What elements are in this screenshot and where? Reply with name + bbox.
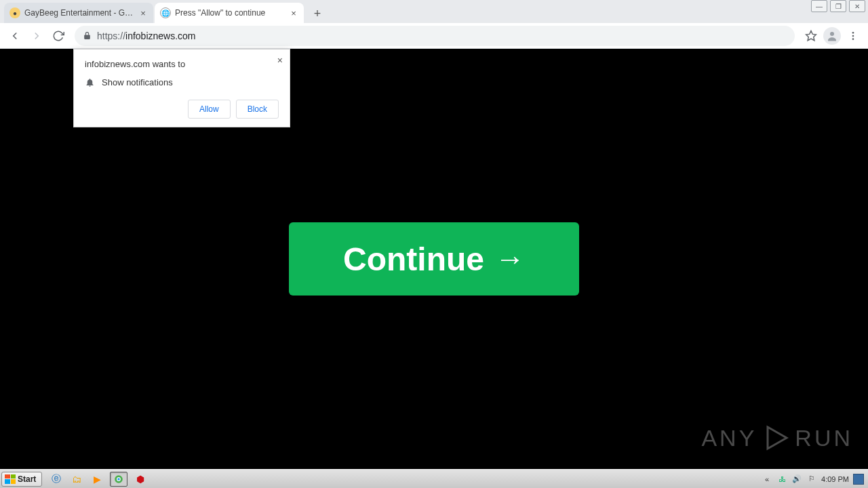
window-close-button[interactable]: ✕ bbox=[849, 0, 865, 12]
media-player-icon[interactable]: ▶ bbox=[90, 472, 104, 486]
start-label: Start bbox=[18, 474, 36, 484]
show-desktop-button[interactable] bbox=[853, 474, 864, 485]
svg-marker-5 bbox=[768, 427, 787, 449]
volume-icon[interactable]: 🔊 bbox=[791, 474, 802, 485]
taskbar: Start ⓔ 🗂 ▶ ⬢ « 🖧 🔊 ⚐ 4:09 PM bbox=[0, 469, 868, 488]
watermark: ANY RUN bbox=[701, 424, 853, 451]
page-content: Continue → × infobiznews.com wants to Sh… bbox=[0, 49, 868, 469]
lock-icon bbox=[83, 31, 92, 40]
system-tray: « 🖧 🔊 ⚐ 4:09 PM bbox=[762, 474, 867, 485]
back-button[interactable] bbox=[5, 26, 24, 45]
window-controls: — ❐ ✕ bbox=[811, 0, 865, 12]
reload-button[interactable] bbox=[49, 26, 68, 45]
dialog-request-text: Show notifications bbox=[102, 77, 173, 87]
toolbar: https://infobiznews.com bbox=[0, 23, 868, 49]
svg-point-1 bbox=[830, 32, 834, 36]
profile-avatar[interactable] bbox=[823, 27, 841, 45]
continue-label: Continue bbox=[343, 241, 484, 278]
minimize-button[interactable]: — bbox=[811, 0, 827, 12]
globe-icon: 🌐 bbox=[160, 7, 171, 18]
browser-window: ● GayBeeg Entertainment - Gay Porn E × 🌐… bbox=[0, 0, 868, 469]
svg-point-3 bbox=[852, 35, 854, 37]
new-tab-button[interactable]: + bbox=[308, 4, 327, 23]
arrow-right-icon: → bbox=[495, 242, 525, 276]
taskbar-clock[interactable]: 4:09 PM bbox=[821, 475, 849, 483]
tab-strip: ● GayBeeg Entertainment - Gay Porn E × 🌐… bbox=[0, 0, 868, 23]
forward-button[interactable] bbox=[27, 26, 46, 45]
favicon-0: ● bbox=[9, 7, 20, 18]
svg-marker-0 bbox=[806, 30, 816, 40]
bell-icon bbox=[85, 77, 95, 87]
tab-title: Press "Allow" to continue bbox=[175, 8, 285, 18]
url-text: https://infobiznews.com bbox=[97, 30, 196, 41]
windows-flag-icon bbox=[5, 474, 16, 484]
address-bar[interactable]: https://infobiznews.com bbox=[75, 26, 795, 46]
watermark-left: ANY bbox=[701, 425, 757, 451]
tab-title: GayBeeg Entertainment - Gay Porn E bbox=[24, 8, 134, 18]
watermark-right: RUN bbox=[795, 425, 853, 451]
dialog-origin: infobiznews.com wants to bbox=[85, 59, 279, 69]
svg-point-4 bbox=[852, 38, 854, 40]
allow-button[interactable]: Allow bbox=[188, 100, 231, 119]
dialog-close-icon[interactable]: × bbox=[277, 55, 283, 66]
start-button[interactable]: Start bbox=[1, 472, 42, 487]
menu-button[interactable] bbox=[844, 26, 863, 45]
notification-permission-dialog: × infobiznews.com wants to Show notifica… bbox=[73, 49, 290, 127]
block-button[interactable]: Block bbox=[236, 100, 279, 119]
maximize-button[interactable]: ❐ bbox=[830, 0, 846, 12]
ie-icon[interactable]: ⓔ bbox=[49, 472, 64, 486]
bookmark-star-icon[interactable] bbox=[802, 26, 821, 45]
tab-0[interactable]: ● GayBeeg Entertainment - Gay Porn E × bbox=[4, 3, 153, 23]
quick-launch: ⓔ 🗂 ▶ ⬢ bbox=[49, 472, 148, 487]
opera-icon[interactable]: ⬢ bbox=[133, 472, 148, 486]
chrome-taskbar-button[interactable] bbox=[110, 472, 127, 487]
svg-point-2 bbox=[852, 32, 854, 34]
tray-expand-icon[interactable]: « bbox=[762, 474, 772, 485]
tab-close-icon[interactable]: × bbox=[138, 8, 148, 18]
flag-icon[interactable]: ⚐ bbox=[806, 474, 817, 485]
explorer-icon[interactable]: 🗂 bbox=[69, 472, 84, 486]
network-icon[interactable]: 🖧 bbox=[776, 474, 787, 485]
svg-point-8 bbox=[118, 478, 121, 481]
tab-close-icon[interactable]: × bbox=[289, 8, 298, 18]
play-icon bbox=[762, 424, 789, 451]
tab-1[interactable]: 🌐 Press "Allow" to continue × bbox=[155, 3, 304, 23]
continue-button[interactable]: Continue → bbox=[289, 222, 579, 296]
